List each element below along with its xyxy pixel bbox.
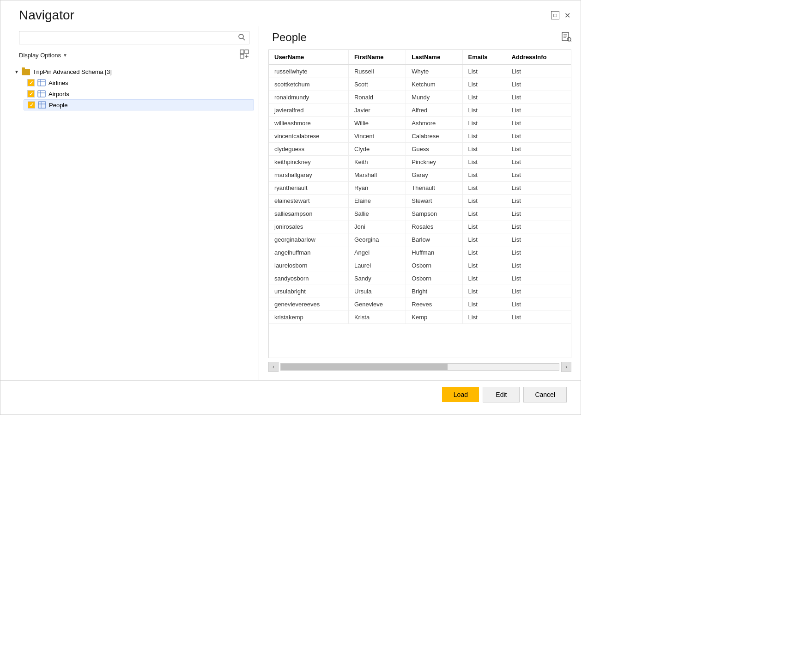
people-checkbox[interactable] xyxy=(28,101,35,109)
cell-lastname: Rosales xyxy=(406,220,462,233)
load-button[interactable]: Load xyxy=(442,387,479,402)
scroll-right-button[interactable]: › xyxy=(561,362,571,372)
display-options-button[interactable]: Display Options ▼ xyxy=(19,52,67,59)
scroll-thumb[interactable] xyxy=(281,364,448,370)
cell-addressinfo: List xyxy=(506,220,571,233)
svg-rect-7 xyxy=(38,79,45,86)
cell-addressinfo: List xyxy=(506,207,571,220)
cancel-button[interactable]: Cancel xyxy=(523,387,567,402)
cell-firstname: Marshall xyxy=(348,169,406,182)
left-panel: Display Options ▼ ▼ TripPin Advanced Sch… xyxy=(0,26,259,380)
table-row: scottketchum Scott Ketchum List List xyxy=(269,78,571,91)
right-header: People xyxy=(268,31,571,44)
cell-username: salliesampson xyxy=(269,207,348,220)
cell-firstname: Ursula xyxy=(348,285,406,298)
cell-emails: List xyxy=(462,298,506,311)
cell-lastname: Alfred xyxy=(406,104,462,117)
tree-folder[interactable]: ▼ TripPin Advanced Schema [3] xyxy=(14,67,254,77)
svg-line-21 xyxy=(570,41,571,42)
cell-username: laurelosborn xyxy=(269,259,348,272)
cell-firstname: Vincent xyxy=(348,130,406,143)
cell-emails: List xyxy=(462,143,506,156)
table-row: jonirosales Joni Rosales List List xyxy=(269,220,571,233)
preview-icon[interactable] xyxy=(561,31,571,43)
cell-emails: List xyxy=(462,104,506,117)
table-row: elainestewart Elaine Stewart List List xyxy=(269,195,571,207)
search-icon xyxy=(238,33,245,41)
folder-label: TripPin Advanced Schema [3] xyxy=(33,68,112,75)
svg-rect-4 xyxy=(240,55,244,58)
col-lastname: LastName xyxy=(406,50,462,65)
cell-username: georginabarlow xyxy=(269,233,348,246)
table-row: clydeguess Clyde Guess List List xyxy=(269,143,571,156)
svg-rect-3 xyxy=(245,50,248,54)
cell-lastname: Barlow xyxy=(406,233,462,246)
cell-addressinfo: List xyxy=(506,195,571,207)
cell-username: clydeguess xyxy=(269,143,348,156)
horizontal-scrollbar[interactable]: ‹ › xyxy=(268,362,571,372)
table-row: javieralfred Javier Alfred List List xyxy=(269,104,571,117)
cell-firstname: Ryan xyxy=(348,182,406,195)
cell-emails: List xyxy=(462,117,506,130)
select-related-icon[interactable] xyxy=(239,49,249,61)
cell-lastname: Osborn xyxy=(406,272,462,285)
search-button[interactable] xyxy=(238,33,245,42)
right-panel: People UserName FirstName La xyxy=(259,26,581,380)
tree-item-airports[interactable]: Airports xyxy=(27,88,254,99)
cell-username: genevievereeves xyxy=(269,298,348,311)
cell-username: vincentcalabrese xyxy=(269,130,348,143)
airlines-checkbox[interactable] xyxy=(27,79,35,86)
cell-emails: List xyxy=(462,233,506,246)
cell-firstname: Laurel xyxy=(348,259,406,272)
cell-addressinfo: List xyxy=(506,298,571,311)
cell-lastname: Garay xyxy=(406,169,462,182)
folder-icon xyxy=(22,69,30,75)
chevron-down-icon: ▼ xyxy=(63,53,67,58)
cell-lastname: Bright xyxy=(406,285,462,298)
cell-emails: List xyxy=(462,285,506,298)
cell-username: ryantheriault xyxy=(269,182,348,195)
cell-emails: List xyxy=(462,272,506,285)
search-input[interactable] xyxy=(23,34,238,41)
airports-checkbox[interactable] xyxy=(27,90,35,98)
minimize-button[interactable]: □ xyxy=(551,11,559,19)
col-username: UserName xyxy=(269,50,348,65)
cell-addressinfo: List xyxy=(506,78,571,91)
scroll-left-button[interactable]: ‹ xyxy=(268,362,279,372)
cell-username: marshallgaray xyxy=(269,169,348,182)
cell-addressinfo: List xyxy=(506,143,571,156)
tree-item-people[interactable]: People xyxy=(24,99,254,110)
cell-username: sandyosborn xyxy=(269,272,348,285)
table-row: marshallgaray Marshall Garay List List xyxy=(269,169,571,182)
cell-addressinfo: List xyxy=(506,272,571,285)
col-addressinfo: AddressInfo xyxy=(506,50,571,65)
data-table: UserName FirstName LastName Emails Addre… xyxy=(269,50,571,324)
cell-lastname: Huffman xyxy=(406,246,462,259)
cell-emails: List xyxy=(462,78,506,91)
cell-lastname: Reeves xyxy=(406,298,462,311)
title-bar: Navigator □ ✕ xyxy=(0,0,581,26)
cell-addressinfo: List xyxy=(506,117,571,130)
data-table-wrapper: UserName FirstName LastName Emails Addre… xyxy=(268,49,571,358)
cell-lastname: Osborn xyxy=(406,259,462,272)
cell-addressinfo: List xyxy=(506,233,571,246)
table-row: ryantheriault Ryan Theriault List List xyxy=(269,182,571,195)
cell-username: ursulabright xyxy=(269,285,348,298)
table-body: russellwhyte Russell Whyte List List sco… xyxy=(269,65,571,324)
table-row: genevievereeves Genevieve Reeves List Li… xyxy=(269,298,571,311)
display-options-label: Display Options xyxy=(19,52,61,59)
tree-item-airlines[interactable]: Airlines xyxy=(27,77,254,88)
cell-lastname: Theriault xyxy=(406,182,462,195)
cell-username: willieashmore xyxy=(269,117,348,130)
edit-button[interactable]: Edit xyxy=(483,387,520,402)
search-bar xyxy=(19,31,249,44)
table-row: salliesampson Sallie Sampson List List xyxy=(269,207,571,220)
cell-emails: List xyxy=(462,65,506,78)
cell-emails: List xyxy=(462,195,506,207)
cell-firstname: Keith xyxy=(348,156,406,169)
svg-rect-2 xyxy=(240,50,244,54)
close-button[interactable]: ✕ xyxy=(563,11,571,19)
scroll-track[interactable] xyxy=(280,363,559,371)
cell-username: jonirosales xyxy=(269,220,348,233)
col-emails: Emails xyxy=(462,50,506,65)
